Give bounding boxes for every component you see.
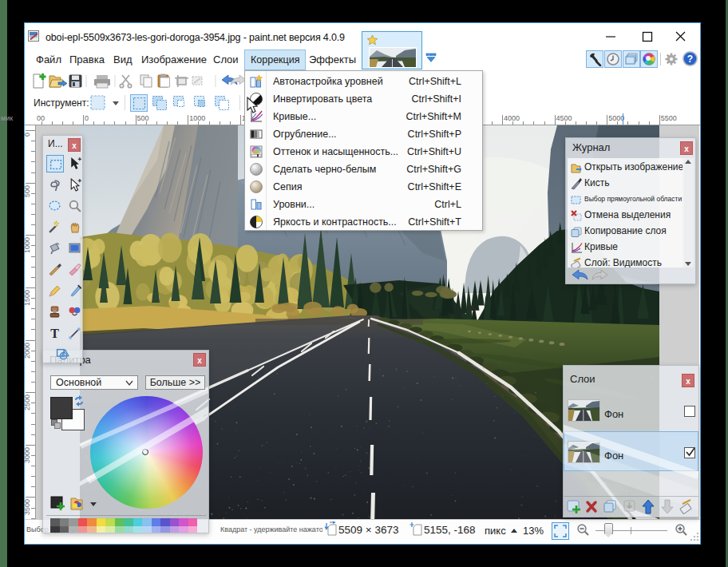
svg-text:?: ?	[687, 54, 693, 65]
svg-text:T: T	[50, 327, 59, 340]
